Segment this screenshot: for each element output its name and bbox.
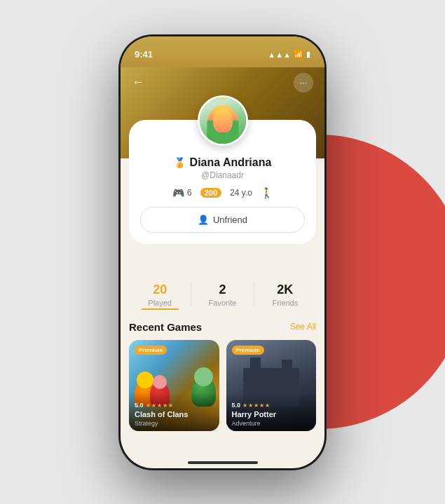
avatar-body bbox=[207, 105, 238, 144]
favorite-number: 2 bbox=[219, 282, 226, 297]
coin-badge: 200 bbox=[200, 188, 221, 198]
status-bar: 9:41 ▲▲▲ 📶 ▮ bbox=[121, 36, 324, 67]
harry-premium-badge: Premium bbox=[232, 346, 264, 355]
phone-frame: 9:41 ▲▲▲ 📶 ▮ ← ··· bbox=[119, 35, 326, 470]
tab-friends[interactable]: 2K Friends bbox=[254, 282, 316, 307]
level-value: 6 bbox=[187, 188, 192, 198]
level-icon: 🎮 bbox=[172, 187, 184, 198]
wifi-icon: 📶 bbox=[294, 50, 303, 59]
harry-overlay: 5.0 ★ ★ ★ ★ ★ Harry Potter Advent bbox=[226, 393, 317, 431]
level-stat: 🎮 6 bbox=[172, 187, 192, 198]
star-2: ★ bbox=[151, 402, 156, 409]
coins-stat: 200 bbox=[200, 188, 221, 198]
user-stats-row: 🎮 6 200 24 y.o 🚶 bbox=[140, 187, 305, 198]
star-4: ★ bbox=[163, 402, 167, 409]
harry-stars: ★ ★ ★ ★ ★ bbox=[242, 402, 270, 409]
section-header: Recent Games See All bbox=[129, 321, 316, 333]
friends-number: 2K bbox=[277, 282, 293, 297]
tab-played[interactable]: 20 Played bbox=[129, 282, 191, 307]
avatar bbox=[198, 95, 248, 146]
friends-label: Friends bbox=[272, 299, 298, 307]
home-indicator bbox=[188, 461, 258, 464]
see-all-button[interactable]: See All bbox=[290, 322, 316, 332]
gender-stat: 🚶 bbox=[261, 187, 273, 198]
battery-icon: ▮ bbox=[306, 50, 310, 59]
stats-tabs: 20 Played 2 Favorite 2K Friends bbox=[129, 277, 316, 315]
unfriend-button[interactable]: 👤 Unfriend bbox=[140, 207, 305, 233]
age-stat: 24 y.o bbox=[230, 188, 252, 198]
avatar-head bbox=[215, 95, 231, 99]
star-3: ★ bbox=[157, 402, 162, 409]
back-button[interactable]: ← bbox=[132, 75, 144, 90]
game-card-clash[interactable]: Premium 5.0 ★ ★ ★ ★ ★ bbox=[129, 340, 219, 431]
user-handle: @Dianaadr bbox=[140, 170, 305, 180]
clash-title: Clash of Clans bbox=[135, 410, 214, 419]
favorite-label: Favorite bbox=[209, 299, 237, 307]
user-name-row: 🏅 Diana Andriana bbox=[140, 156, 305, 169]
star-1: ★ bbox=[146, 402, 151, 409]
more-button[interactable]: ··· bbox=[294, 73, 313, 93]
played-number: 20 bbox=[153, 282, 167, 297]
harry-title: Harry Potter bbox=[232, 410, 311, 419]
recent-games-section: Recent Games See All Premium bbox=[121, 321, 324, 431]
games-grid: Premium 5.0 ★ ★ ★ ★ ★ bbox=[129, 340, 316, 431]
gender-icon: 🚶 bbox=[261, 187, 273, 198]
clash-rating: 5.0 ★ ★ ★ ★ ★ bbox=[135, 402, 214, 409]
unfriend-label: Unfriend bbox=[213, 214, 247, 225]
harry-genre: Adventure bbox=[232, 420, 311, 427]
star-5: ★ bbox=[168, 402, 173, 409]
tab-favorite[interactable]: 2 Favorite bbox=[191, 282, 253, 307]
section-title: Recent Games bbox=[129, 321, 202, 333]
clash-overlay: 5.0 ★ ★ ★ ★ ★ Clash of Clans Stra bbox=[129, 393, 219, 431]
clash-stars: ★ ★ ★ ★ ★ bbox=[146, 402, 173, 409]
phone-screen: 9:41 ▲▲▲ 📶 ▮ ← ··· bbox=[121, 36, 324, 468]
profile-card: 🏅 Diana Andriana @Dianaadr 🎮 6 200 24 y.… bbox=[129, 120, 316, 244]
harry-star-4: ★ bbox=[259, 402, 264, 409]
game-card-harry[interactable]: Premium 5.0 ★ ★ ★ ★ ★ bbox=[226, 340, 317, 431]
avatar-image bbox=[200, 97, 246, 144]
background: 9:41 ▲▲▲ 📶 ▮ ← ··· bbox=[0, 0, 445, 504]
crown-icon: 🏅 bbox=[174, 157, 186, 168]
unfriend-icon: 👤 bbox=[198, 214, 209, 225]
harry-star-3: ★ bbox=[254, 402, 259, 409]
avatar-container bbox=[140, 95, 305, 146]
header-nav: ← ··· bbox=[121, 67, 324, 98]
status-time: 9:41 bbox=[135, 49, 153, 60]
clash-genre: Strategy bbox=[135, 420, 214, 427]
clash-rating-score: 5.0 bbox=[135, 402, 144, 409]
harry-star-5: ★ bbox=[265, 402, 270, 409]
signal-icon: ▲▲▲ bbox=[268, 50, 291, 59]
age-value: 24 y.o bbox=[230, 188, 252, 198]
harry-rating: 5.0 ★ ★ ★ ★ ★ bbox=[232, 402, 311, 409]
user-name: Diana Andriana bbox=[190, 156, 272, 169]
harry-rating-score: 5.0 bbox=[232, 402, 241, 409]
status-icons: ▲▲▲ 📶 ▮ bbox=[268, 50, 310, 59]
harry-star-2: ★ bbox=[248, 402, 253, 409]
played-label: Played bbox=[148, 299, 172, 307]
clash-premium-badge: Premium bbox=[135, 346, 167, 355]
harry-star-1: ★ bbox=[242, 402, 247, 409]
